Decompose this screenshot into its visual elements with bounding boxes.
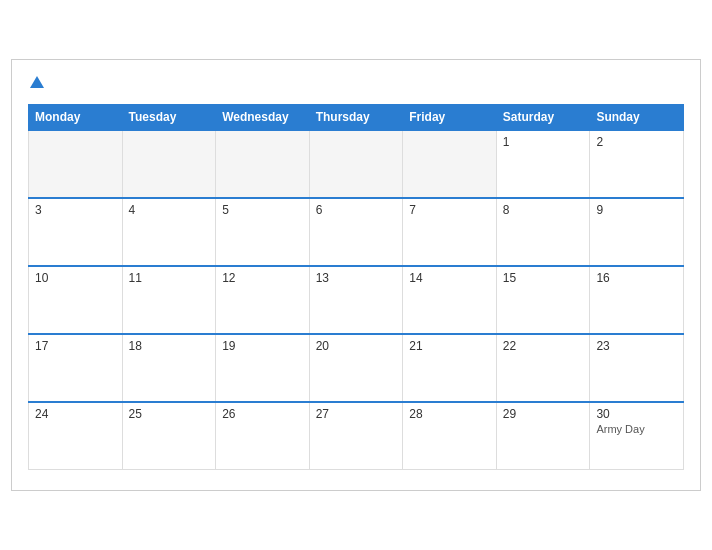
day-number: 2 xyxy=(596,135,677,149)
weekday-header: Tuesday xyxy=(122,104,216,130)
day-number: 6 xyxy=(316,203,397,217)
calendar-cell: 22 xyxy=(496,334,590,402)
calendar-cell: 6 xyxy=(309,198,403,266)
calendar-cell: 18 xyxy=(122,334,216,402)
weekday-header: Monday xyxy=(29,104,123,130)
day-number: 22 xyxy=(503,339,584,353)
calendar-cell: 25 xyxy=(122,402,216,470)
weekday-header: Saturday xyxy=(496,104,590,130)
weekday-header: Wednesday xyxy=(216,104,310,130)
day-number: 5 xyxy=(222,203,303,217)
calendar-cell: 26 xyxy=(216,402,310,470)
day-number: 16 xyxy=(596,271,677,285)
day-number: 17 xyxy=(35,339,116,353)
day-number: 9 xyxy=(596,203,677,217)
calendar-cell: 16 xyxy=(590,266,684,334)
calendar-cell: 28 xyxy=(403,402,497,470)
logo-triangle-icon xyxy=(30,76,44,88)
calendar-cell: 11 xyxy=(122,266,216,334)
day-number: 1 xyxy=(503,135,584,149)
calendar: MondayTuesdayWednesdayThursdayFridaySatu… xyxy=(11,59,701,492)
calendar-cell: 8 xyxy=(496,198,590,266)
weekday-header: Sunday xyxy=(590,104,684,130)
calendar-week-row: 12 xyxy=(29,130,684,198)
calendar-cell xyxy=(309,130,403,198)
calendar-week-row: 17181920212223 xyxy=(29,334,684,402)
calendar-cell: 30Army Day xyxy=(590,402,684,470)
calendar-cell: 12 xyxy=(216,266,310,334)
calendar-cell xyxy=(216,130,310,198)
calendar-tbody: 1234567891011121314151617181920212223242… xyxy=(29,130,684,470)
calendar-cell: 13 xyxy=(309,266,403,334)
calendar-cell: 10 xyxy=(29,266,123,334)
calendar-cell: 9 xyxy=(590,198,684,266)
day-number: 30 xyxy=(596,407,677,421)
day-number: 11 xyxy=(129,271,210,285)
calendar-cell: 21 xyxy=(403,334,497,402)
day-number: 7 xyxy=(409,203,490,217)
calendar-week-row: 3456789 xyxy=(29,198,684,266)
day-number: 21 xyxy=(409,339,490,353)
calendar-cell: 1 xyxy=(496,130,590,198)
calendar-week-row: 10111213141516 xyxy=(29,266,684,334)
calendar-cell: 15 xyxy=(496,266,590,334)
day-number: 12 xyxy=(222,271,303,285)
day-number: 29 xyxy=(503,407,584,421)
day-number: 15 xyxy=(503,271,584,285)
day-number: 8 xyxy=(503,203,584,217)
calendar-thead: MondayTuesdayWednesdayThursdayFridaySatu… xyxy=(29,104,684,130)
calendar-cell: 24 xyxy=(29,402,123,470)
calendar-header xyxy=(28,76,684,90)
day-number: 19 xyxy=(222,339,303,353)
calendar-cell: 29 xyxy=(496,402,590,470)
calendar-cell xyxy=(403,130,497,198)
day-number: 24 xyxy=(35,407,116,421)
calendar-grid: MondayTuesdayWednesdayThursdayFridaySatu… xyxy=(28,104,684,471)
calendar-cell: 3 xyxy=(29,198,123,266)
calendar-cell xyxy=(122,130,216,198)
calendar-cell: 20 xyxy=(309,334,403,402)
weekday-header-row: MondayTuesdayWednesdayThursdayFridaySatu… xyxy=(29,104,684,130)
day-number: 4 xyxy=(129,203,210,217)
day-number: 13 xyxy=(316,271,397,285)
day-number: 20 xyxy=(316,339,397,353)
day-number: 23 xyxy=(596,339,677,353)
calendar-cell: 5 xyxy=(216,198,310,266)
logo xyxy=(28,76,44,90)
weekday-header: Thursday xyxy=(309,104,403,130)
day-number: 25 xyxy=(129,407,210,421)
calendar-cell: 23 xyxy=(590,334,684,402)
weekday-header: Friday xyxy=(403,104,497,130)
day-number: 10 xyxy=(35,271,116,285)
day-number: 26 xyxy=(222,407,303,421)
day-number: 14 xyxy=(409,271,490,285)
day-number: 27 xyxy=(316,407,397,421)
day-number: 3 xyxy=(35,203,116,217)
day-number: 18 xyxy=(129,339,210,353)
day-number: 28 xyxy=(409,407,490,421)
day-event: Army Day xyxy=(596,423,677,435)
calendar-cell: 2 xyxy=(590,130,684,198)
calendar-week-row: 24252627282930Army Day xyxy=(29,402,684,470)
calendar-cell: 4 xyxy=(122,198,216,266)
calendar-cell: 19 xyxy=(216,334,310,402)
calendar-cell: 7 xyxy=(403,198,497,266)
calendar-cell: 14 xyxy=(403,266,497,334)
calendar-cell xyxy=(29,130,123,198)
calendar-cell: 27 xyxy=(309,402,403,470)
calendar-cell: 17 xyxy=(29,334,123,402)
